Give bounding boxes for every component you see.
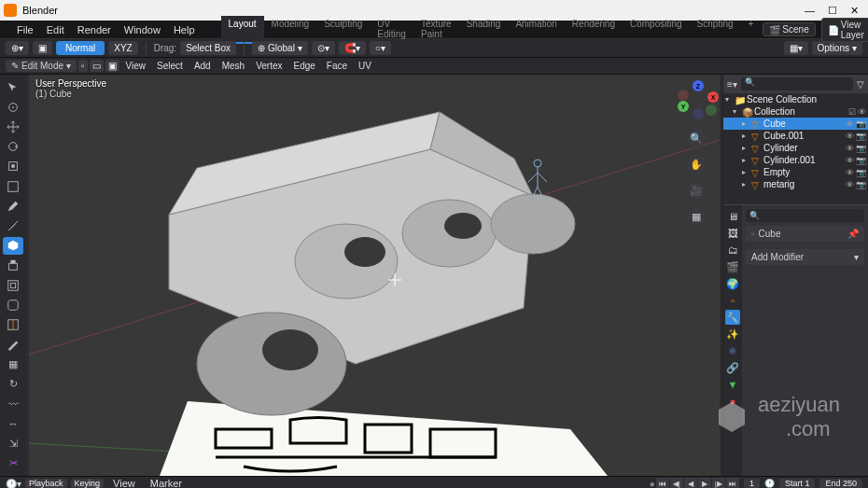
disable-icon[interactable]: 📷 bbox=[856, 144, 866, 153]
proportional-edit[interactable]: ○▾ bbox=[370, 41, 391, 55]
jump-end-button[interactable]: ⏭ bbox=[726, 478, 739, 488]
start-frame[interactable]: Start 1 bbox=[779, 479, 816, 488]
tool-spin[interactable]: ↻ bbox=[3, 375, 23, 393]
tool-transform[interactable] bbox=[3, 177, 23, 195]
disable-icon[interactable]: 📷 bbox=[856, 132, 866, 141]
xyz-toggle[interactable]: XYZ bbox=[108, 41, 137, 55]
timeline-type-icon[interactable]: 🕐▾ bbox=[6, 479, 21, 489]
props-tab-viewlayer[interactable]: 🗂 bbox=[725, 243, 740, 258]
tool-addcube[interactable] bbox=[3, 237, 23, 255]
tool-knife[interactable] bbox=[3, 336, 23, 354]
jump-start-button[interactable]: ⏮ bbox=[656, 478, 669, 488]
global-orientation[interactable]: ⊕Global▾ bbox=[252, 41, 308, 55]
outliner-search[interactable]: 🔍 bbox=[741, 77, 853, 91]
drag-selectbox[interactable]: Select Box bbox=[180, 41, 236, 55]
tool-measure[interactable] bbox=[3, 216, 23, 234]
menu-mesh[interactable]: Mesh bbox=[217, 59, 249, 73]
tool-move[interactable] bbox=[3, 118, 23, 135]
select-mode-face[interactable]: ▣ bbox=[105, 60, 119, 72]
eye-icon[interactable]: 👁 bbox=[846, 180, 854, 189]
tool-annotate[interactable] bbox=[3, 197, 23, 215]
viewlayer-selector[interactable]: 📄 View Layer bbox=[821, 18, 868, 42]
disable-icon[interactable]: 📷 bbox=[856, 119, 866, 129]
workspace-tab-uvediting[interactable]: UV Editing bbox=[370, 16, 413, 44]
menu-uv[interactable]: UV bbox=[354, 59, 376, 73]
outliner-collection[interactable]: ▾ 📦 Collection ☑👁 bbox=[723, 105, 868, 118]
mesh-edit-mode-options[interactable]: ▦▾ bbox=[784, 41, 808, 55]
outliner-item[interactable]: ▸ ▽ Empty 👁📷 bbox=[723, 166, 868, 178]
snap-toggle[interactable]: 🧲▾ bbox=[339, 41, 366, 55]
current-frame[interactable]: 1 bbox=[744, 479, 760, 488]
eye-icon[interactable]: 👁 bbox=[846, 132, 854, 141]
timeline-marker[interactable]: Marker bbox=[145, 476, 188, 488]
props-tab-physics[interactable]: ⚛ bbox=[725, 343, 740, 358]
props-tab-constraints[interactable]: 🔗 bbox=[725, 360, 740, 375]
close-button[interactable]: ✕ bbox=[850, 5, 859, 17]
end-frame[interactable]: End 250 bbox=[819, 479, 862, 488]
workspace-tab-modeling[interactable]: Modeling bbox=[264, 16, 317, 44]
props-tab-output[interactable]: 🖼 bbox=[725, 226, 740, 241]
workspace-tab-add[interactable]: + bbox=[741, 16, 762, 44]
tool-bevel[interactable] bbox=[3, 296, 23, 314]
tool-extrude[interactable] bbox=[3, 257, 23, 274]
outliner-item[interactable]: ▸ ▽ Cube 👁📷 bbox=[723, 118, 868, 130]
tool-rip[interactable]: ✂ bbox=[3, 454, 23, 472]
play-button[interactable]: ▶ bbox=[698, 478, 711, 488]
menu-view[interactable]: View bbox=[121, 59, 151, 73]
workspace-tab-texturepaint[interactable]: Texture Paint bbox=[413, 16, 459, 44]
keyframe-next-button[interactable]: |▶ bbox=[712, 478, 725, 488]
workspace-tab-shading[interactable]: Shading bbox=[459, 16, 509, 44]
workspace-tab-animation[interactable]: Animation bbox=[508, 16, 564, 44]
timeline-keying[interactable]: Keying bbox=[71, 479, 105, 488]
menu-edge[interactable]: Edge bbox=[288, 59, 319, 73]
tool-cursor[interactable] bbox=[3, 98, 23, 116]
menu-file[interactable]: File bbox=[11, 22, 39, 37]
select-mode-edge[interactable]: ▭ bbox=[90, 60, 104, 72]
menu-face[interactable]: Face bbox=[322, 59, 352, 73]
tool-inset[interactable] bbox=[3, 276, 23, 294]
orbit-gizmo[interactable]: X Y Z bbox=[676, 80, 717, 121]
props-tab-world[interactable]: 🌍 bbox=[725, 276, 740, 291]
tool-loopcut[interactable] bbox=[3, 315, 23, 333]
pan-gizmo[interactable]: ✋ bbox=[687, 155, 706, 174]
normal-button[interactable]: Normal bbox=[56, 41, 105, 55]
menu-window[interactable]: Window bbox=[119, 22, 166, 37]
menu-render[interactable]: Render bbox=[72, 22, 117, 37]
workspace-tab-scripting[interactable]: Scripting bbox=[690, 16, 741, 44]
select-mode-vertex[interactable]: ▫ bbox=[78, 60, 88, 72]
minimize-button[interactable]: — bbox=[805, 5, 815, 17]
outliner-item[interactable]: ▸ ▽ Cube.001 👁📷 bbox=[723, 130, 868, 142]
timeline-view[interactable]: View bbox=[107, 476, 141, 488]
properties-search[interactable]: 🔍 bbox=[746, 209, 864, 222]
eye-icon[interactable]: 👁 bbox=[858, 107, 866, 117]
timeline-playback[interactable]: Playback bbox=[25, 479, 67, 488]
camera-gizmo[interactable]: 🎥 bbox=[687, 181, 706, 200]
properties-object-name[interactable]: ▫ Cube 📌 bbox=[746, 226, 864, 242]
menu-add[interactable]: Add bbox=[189, 59, 216, 73]
preview-range-icon[interactable]: 🕐 bbox=[764, 479, 775, 488]
play-reverse-button[interactable]: ◀ bbox=[684, 478, 697, 488]
outliner-item[interactable]: ▸ ▽ Cylinder 👁📷 bbox=[723, 142, 868, 154]
restrict-select-icon[interactable]: ☑ bbox=[848, 107, 856, 117]
menu-vertex[interactable]: Vertex bbox=[251, 59, 287, 73]
disable-icon[interactable]: 📷 bbox=[856, 180, 866, 189]
menu-help[interactable]: Help bbox=[168, 22, 201, 37]
maximize-button[interactable]: ☐ bbox=[828, 5, 837, 17]
tool-scale[interactable] bbox=[3, 158, 23, 175]
outliner-filter-icon[interactable]: ▽ bbox=[857, 79, 864, 90]
outliner-item[interactable]: ▸ ▽ metarig 👁📷 bbox=[723, 178, 868, 190]
props-tab-material[interactable]: ● bbox=[725, 394, 740, 409]
scene-selector[interactable]: 🎬 Scene bbox=[763, 22, 815, 36]
keyframe-prev-button[interactable]: ◀| bbox=[670, 478, 683, 488]
tool-select[interactable] bbox=[3, 78, 23, 96]
tool-smooth[interactable]: 〰 bbox=[3, 395, 23, 412]
menu-select[interactable]: Select bbox=[152, 59, 188, 73]
tool-shrink[interactable]: ⇲ bbox=[3, 435, 23, 453]
eye-icon[interactable]: 👁 bbox=[846, 168, 854, 177]
transform-toggle[interactable]: ▣ bbox=[33, 41, 52, 55]
options-dropdown[interactable]: Options ▾ bbox=[812, 41, 862, 55]
workspace-tab-rendering[interactable]: Rendering bbox=[565, 16, 623, 44]
add-modifier-button[interactable]: Add Modifier▾ bbox=[746, 249, 864, 265]
outliner-type-icon[interactable]: ≡▾ bbox=[727, 79, 737, 90]
eye-icon[interactable]: 👁 bbox=[846, 144, 854, 153]
